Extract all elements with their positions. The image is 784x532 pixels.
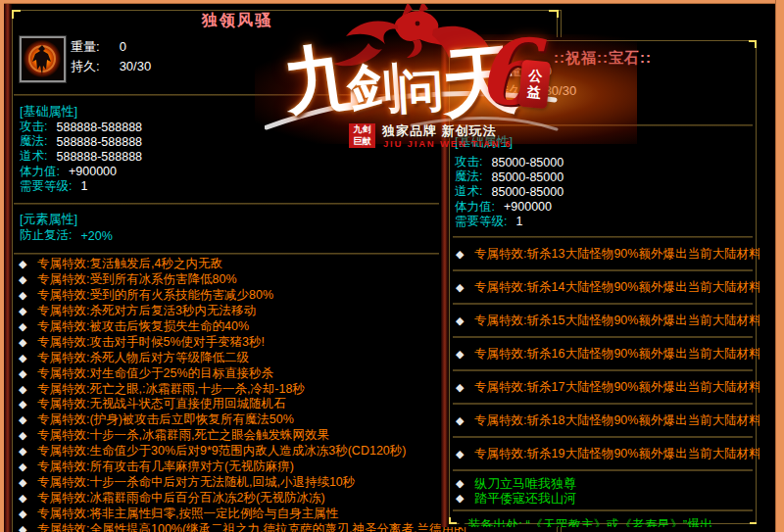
weight-row: 重量: 0 (71, 38, 126, 56)
slogan-text: 踏平倭寇还我山河 (474, 490, 576, 508)
fire-demon-icon (22, 38, 64, 80)
page-border-left (0, 0, 4, 532)
diamond-bullet-icon: ◆ (19, 445, 37, 458)
element-attr-header: [元素属性] (20, 211, 77, 228)
diamond-bullet-icon: ◆ (19, 352, 37, 364)
durability-label: 持久: (71, 58, 116, 75)
diamond-bullet-icon: ◆ (456, 281, 474, 294)
effect-row: ◆专属特效:受到的所有火系技能伤害减少80% (19, 288, 455, 304)
stat-value: 588888-588888 (56, 135, 142, 149)
stat-row: 需要等级:1 (20, 179, 142, 194)
effect-text: 专属特效:杀死对方后复活3秒内无法移动 (37, 303, 256, 319)
corner-accent (750, 522, 757, 524)
effect-text: 专属特效:被攻击后恢复损失生命的40% (37, 318, 249, 335)
corner-accent (449, 522, 457, 524)
effect-row: ◆专属特效:斩杀18大陆怪物90%额外爆出当前大陆材料. (453, 405, 753, 438)
effect-text: 专属特效:斩杀14大陆怪物90%额外爆出当前大陆材料. (474, 279, 760, 296)
effect-text: 专属特效:十步一杀命中后对方无法随机,回城,小退持续10秒 (37, 474, 355, 491)
effect-row: ◆专属特效:复活触发后,4秒之内无敌 (19, 257, 455, 272)
drop-source-text: 装备出处: “《天罡教主》或《老寿星》”爆出 (467, 516, 712, 527)
effect-row: ◆专属特效:斩杀14大陆怪物90%额外爆出当前大陆材料. (453, 271, 753, 305)
effect-row: ◆专属特效:所有攻击有几率麻痹对方(无视防麻痹) (19, 459, 455, 475)
base-attr-list: 攻击:85000-85000 魔法:85000-85000 道术:85000-8… (455, 155, 564, 229)
effect-text: 专属特效:斩杀17大陆怪物90%额外爆出当前大陆材料. (474, 379, 760, 396)
panel-border-left (449, 40, 450, 524)
stat-value: 85000-85000 (491, 156, 564, 169)
effect-row: ◆专属特效:被攻击后恢复损失生命的40% (19, 319, 455, 335)
diamond-bullet-icon: ◆ (19, 523, 37, 532)
drop-source-row: ◆装备出处: “《天罡教主》或《老寿星》”爆出 (453, 511, 753, 527)
stat-value: 1 (80, 179, 87, 193)
diamond-bullet-icon: ◆ (456, 248, 474, 261)
effect-row: ◆专属特效:十步一杀命中后对方无法随机,回城,小退持续10秒 (19, 474, 455, 490)
weight-value: 0 (120, 39, 126, 54)
effect-row: ◆专属特效:杀死对方后复活3秒内无法移动 (19, 304, 455, 319)
effect-text: 专属特效:(护身)被攻击后立即恢复所有魔法50% (37, 411, 294, 428)
effect-row: ◆专属特效:死亡之眼,:冰霜群雨,十步一杀,冷却-18秒 (19, 381, 455, 397)
stat-row: 攻击:588888-588888 (20, 120, 142, 134)
weight-row: 重量: 0 (496, 63, 552, 80)
diamond-bullet-icon: ◆ (19, 336, 37, 349)
element-attr-list: 防止复活:+20% (20, 228, 113, 243)
effect-text: 专属特效:斩杀13大陆怪物90%额外爆出当前大陆材料. (474, 246, 760, 263)
effect-text: 专属特效:复活触发后,4秒之内无敌 (37, 256, 222, 272)
effect-text: 专属特效:杀死人物后对方等级降低二级 (37, 350, 249, 366)
panel-wood-border (4, 3, 12, 532)
effect-row: ◆专属特效:无视战斗状态可直接使用回城随机石 (19, 397, 455, 412)
effect-text: 专属特效:对生命值少于25%的目标直接秒杀 (37, 365, 273, 382)
diamond-bullet-icon: ◆ (19, 383, 37, 396)
right-item-tooltip-panel: ::祝福::宝石:: 重量: 0 持久: 30/30 [基础属性] 攻击:850… (441, 37, 760, 527)
panel-border-left (12, 10, 13, 532)
effect-row: ◆专属特效:十步一杀,冰霜群雨,死亡之眼会触发蛛网效果 (19, 428, 455, 444)
stat-row: 攻击:85000-85000 (455, 155, 564, 169)
effect-text: 专属特效:死亡之眼,:冰霜群雨,十步一杀,冷却-18秒 (37, 381, 305, 398)
diamond-bullet-icon: ◆ (19, 367, 37, 380)
stat-value: 85000-85000 (491, 170, 564, 184)
effect-text: 专属特效:受到的所有火系技能伤害减少80% (37, 287, 273, 304)
base-attr-list: 攻击:588888-588888 魔法:588888-588888 道术:588… (20, 120, 142, 194)
stat-row: 防止复活:+20% (20, 228, 113, 243)
base-attr-header: [基础属性] (455, 133, 513, 151)
diamond-bullet-icon: ◆ (456, 477, 474, 490)
stat-label: 需要等级: (455, 214, 507, 230)
effect-row: ◆专属特效:攻击对手时候5%使对手变猪3秒! (19, 334, 455, 350)
effect-text: 专属特效:全属性提高100%(继承二祖之力,德拉克萨的蔑刃,神圣分离者,兰德用的 (37, 521, 466, 532)
effect-row: ◆专属特效:斩杀16大陆怪物90%额外爆出当前大陆材料. (453, 338, 753, 371)
stat-value: 1 (515, 215, 522, 228)
corner-accent (12, 10, 14, 19)
diamond-bullet-icon: ◆ (456, 381, 474, 394)
stat-value: +20% (80, 229, 112, 243)
diamond-bullet-icon: ◆ (456, 348, 474, 361)
item-icon (20, 36, 66, 82)
section-divider (453, 124, 753, 126)
stat-label: 防止复活: (20, 227, 72, 244)
stat-row: 道术:588888-588888 (20, 149, 142, 164)
effect-text: 专属特效:将非主属性归零,按照一定比例给与自身主属性 (37, 506, 338, 522)
stat-value: 85000-85000 (491, 185, 564, 199)
weight-value: 0 (545, 64, 552, 78)
durability-row: 持久: 30/30 (496, 82, 576, 100)
diamond-bullet-icon: ◆ (19, 258, 37, 270)
effect-text: 专属特效:斩杀18大陆怪物90%额外爆出当前大陆材料. (474, 412, 760, 429)
durability-label: 持久: (496, 82, 541, 100)
page-border-top (0, 0, 784, 4)
effect-row: ◆专属特效:斩杀19大陆怪物90%额外爆出当前大陆材料. (453, 438, 753, 471)
corner-accent (557, 10, 559, 18)
section-divider (14, 94, 439, 96)
effect-text: 专属特效:受到所有冰系伤害降低80% (37, 271, 237, 288)
panel-border-top (449, 40, 757, 41)
effect-text: 专属特效:无视战斗状态可直接使用回城随机石 (37, 396, 285, 412)
durability-value: 30/30 (120, 59, 152, 73)
diamond-bullet-icon: ◆ (19, 508, 37, 520)
effect-text: 专属特效:十步一杀,冰霜群雨,死亡之眼会触发蛛网效果 (37, 427, 329, 444)
effect-row: ◆专属特效:冰霜群雨命中后百分百冰冻2秒(无视防冰冻) (19, 490, 455, 506)
effect-text: 专属特效:冰霜群雨命中后百分百冰冻2秒(无视防冰冻) (37, 490, 325, 507)
stat-row: 需要等级:1 (455, 215, 564, 229)
stat-label: 需要等级: (20, 178, 72, 195)
special-effects-list: ◆专属特效:斩杀13大陆怪物90%额外爆出当前大陆材料. ◆专属特效:斩杀14大… (453, 238, 753, 527)
effect-row: ◆专属特效:将非主属性归零,按照一定比例给与自身主属性 (19, 506, 455, 521)
stat-row: 道术:85000-85000 (455, 184, 564, 199)
special-effects-list: ◆专属特效:复活触发后,4秒之内无敌 ◆专属特效:受到所有冰系伤害降低80% ◆… (19, 257, 455, 532)
section-divider (14, 203, 439, 205)
stat-value: 588888-588888 (56, 121, 142, 134)
